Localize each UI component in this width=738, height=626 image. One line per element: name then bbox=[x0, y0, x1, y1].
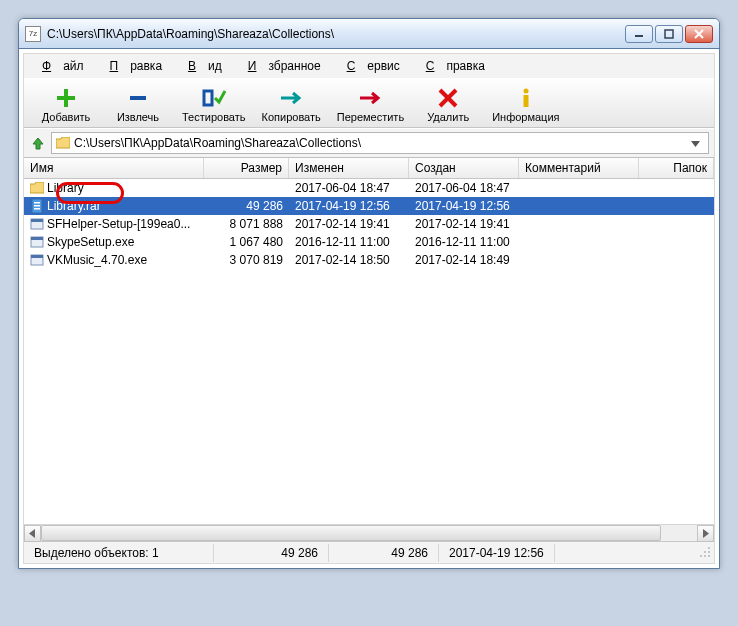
svg-rect-19 bbox=[31, 237, 43, 240]
col-modified[interactable]: Изменен bbox=[289, 158, 409, 178]
file-list[interactable]: Library2017-06-04 18:472017-06-04 18:47L… bbox=[24, 179, 714, 524]
move-button[interactable]: Переместить bbox=[329, 83, 412, 125]
menu-view[interactable]: Вид bbox=[176, 57, 234, 75]
svg-rect-25 bbox=[700, 555, 702, 557]
minimize-button[interactable] bbox=[625, 25, 653, 43]
extract-button[interactable]: Извлечь bbox=[102, 83, 174, 125]
rar-icon bbox=[30, 199, 44, 213]
svg-rect-7 bbox=[204, 91, 212, 105]
titlebar[interactable]: 7z C:\Users\ПК\AppData\Roaming\Shareaza\… bbox=[19, 19, 719, 49]
svg-rect-11 bbox=[523, 95, 528, 107]
close-button[interactable] bbox=[685, 25, 713, 43]
folder-icon bbox=[56, 136, 70, 150]
exe-icon bbox=[30, 217, 44, 231]
info-button[interactable]: Информация bbox=[484, 83, 567, 125]
col-created[interactable]: Создан bbox=[409, 158, 519, 178]
menu-favorites[interactable]: Избранное bbox=[236, 57, 333, 75]
path-field[interactable]: C:\Users\ПК\AppData\Roaming\Shareaza\Col… bbox=[51, 132, 709, 154]
file-row[interactable]: SkypeSetup.exe1 067 4802016-12-11 11:002… bbox=[24, 233, 714, 251]
svg-rect-5 bbox=[57, 96, 75, 100]
file-modified: 2017-06-04 18:47 bbox=[289, 180, 409, 196]
file-size bbox=[204, 187, 289, 189]
svg-point-10 bbox=[523, 89, 528, 94]
scroll-left-button[interactable] bbox=[24, 525, 41, 542]
file-size: 8 071 888 bbox=[204, 216, 289, 232]
file-modified: 2016-12-11 11:00 bbox=[289, 234, 409, 250]
minus-icon bbox=[125, 85, 151, 111]
file-name: Library.rar bbox=[47, 199, 101, 213]
test-button[interactable]: Тестировать bbox=[174, 83, 254, 125]
add-button[interactable]: Добавить bbox=[30, 83, 102, 125]
plus-icon bbox=[53, 85, 79, 111]
exe-icon bbox=[30, 253, 44, 267]
delete-button[interactable]: Удалить bbox=[412, 83, 484, 125]
svg-rect-17 bbox=[31, 219, 43, 222]
move-icon bbox=[357, 85, 383, 111]
svg-rect-26 bbox=[704, 551, 706, 553]
col-comment[interactable]: Комментарий bbox=[519, 158, 639, 178]
svg-rect-1 bbox=[665, 30, 673, 38]
svg-rect-23 bbox=[704, 555, 706, 557]
menu-help[interactable]: Справка bbox=[414, 57, 497, 75]
maximize-button[interactable] bbox=[655, 25, 683, 43]
info-label: Информация bbox=[492, 111, 559, 123]
status-size1: 49 286 bbox=[214, 544, 329, 562]
file-row[interactable]: Library2017-06-04 18:472017-06-04 18:47 bbox=[24, 179, 714, 197]
copy-button[interactable]: Копировать bbox=[254, 83, 329, 125]
file-modified: 2017-02-14 19:41 bbox=[289, 216, 409, 232]
file-size: 1 067 480 bbox=[204, 234, 289, 250]
file-created: 2016-12-11 11:00 bbox=[409, 234, 519, 250]
path-text: C:\Users\ПК\AppData\Roaming\Shareaza\Col… bbox=[74, 136, 361, 150]
file-row[interactable]: Library.rar49 2862017-04-19 12:562017-04… bbox=[24, 197, 714, 215]
menu-tools[interactable]: Сервис bbox=[335, 57, 412, 75]
horizontal-scrollbar[interactable] bbox=[24, 524, 714, 541]
file-modified: 2017-02-14 18:50 bbox=[289, 252, 409, 268]
menu-edit[interactable]: Правка bbox=[98, 57, 175, 75]
svg-rect-24 bbox=[708, 551, 710, 553]
file-created: 2017-02-14 19:41 bbox=[409, 216, 519, 232]
window-title: C:\Users\ПК\AppData\Roaming\Shareaza\Col… bbox=[47, 27, 625, 41]
resize-grip-icon[interactable] bbox=[698, 545, 714, 561]
scroll-right-button[interactable] bbox=[697, 525, 714, 542]
menu-file[interactable]: Файл bbox=[30, 57, 96, 75]
col-name[interactable]: Имя bbox=[24, 158, 204, 178]
path-dropdown-button[interactable] bbox=[687, 136, 704, 150]
app-window: 7z C:\Users\ПК\AppData\Roaming\Shareaza\… bbox=[18, 18, 720, 569]
file-name: Library bbox=[47, 181, 84, 195]
menubar: Файл Правка Вид Избранное Сервис Справка bbox=[24, 54, 714, 78]
pathbar: C:\Users\ПК\AppData\Roaming\Shareaza\Col… bbox=[24, 128, 714, 158]
scroll-track[interactable] bbox=[41, 525, 697, 541]
info-icon bbox=[513, 85, 539, 111]
folder-icon bbox=[30, 181, 44, 195]
app-icon: 7z bbox=[25, 26, 41, 42]
svg-rect-6 bbox=[130, 96, 146, 100]
file-created: 2017-04-19 12:56 bbox=[409, 198, 519, 214]
svg-rect-13 bbox=[34, 202, 40, 204]
col-size[interactable]: Размер bbox=[204, 158, 289, 178]
file-name: SkypeSetup.exe bbox=[47, 235, 134, 249]
delete-icon bbox=[435, 85, 461, 111]
toolbar: Добавить Извлечь Тестировать Копировать … bbox=[24, 78, 714, 128]
scroll-thumb[interactable] bbox=[41, 525, 661, 541]
file-modified: 2017-04-19 12:56 bbox=[289, 198, 409, 214]
exe-icon bbox=[30, 235, 44, 249]
copy-icon bbox=[278, 85, 304, 111]
status-date: 2017-04-19 12:56 bbox=[439, 544, 555, 562]
file-name: SFHelper-Setup-[199ea0... bbox=[47, 217, 190, 231]
delete-label: Удалить bbox=[427, 111, 469, 123]
file-created: 2017-06-04 18:47 bbox=[409, 180, 519, 196]
file-row[interactable]: SFHelper-Setup-[199ea0...8 071 8882017-0… bbox=[24, 215, 714, 233]
svg-rect-15 bbox=[34, 208, 40, 210]
svg-rect-22 bbox=[708, 555, 710, 557]
up-one-level-button[interactable] bbox=[29, 134, 47, 152]
file-size: 49 286 bbox=[204, 198, 289, 214]
svg-rect-21 bbox=[31, 255, 43, 258]
statusbar: Выделено объектов: 1 49 286 49 286 2017-… bbox=[24, 541, 714, 563]
status-selection: Выделено объектов: 1 bbox=[24, 544, 214, 562]
file-created: 2017-02-14 18:49 bbox=[409, 252, 519, 268]
file-row[interactable]: VKMusic_4.70.exe3 070 8192017-02-14 18:5… bbox=[24, 251, 714, 269]
column-headers: Имя Размер Изменен Создан Комментарий Па… bbox=[24, 158, 714, 179]
col-folders[interactable]: Папок bbox=[639, 158, 714, 178]
file-size: 3 070 819 bbox=[204, 252, 289, 268]
svg-rect-14 bbox=[34, 205, 40, 207]
